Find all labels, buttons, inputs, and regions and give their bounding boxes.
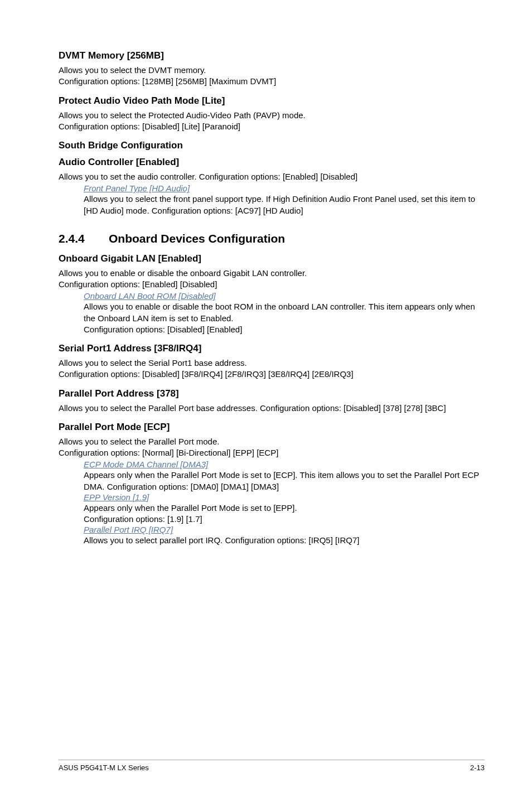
footer-left: ASUS P5G41T-M LX Series bbox=[59, 764, 149, 772]
sub-parallel-irq: Parallel Port IRQ [IRQ7] Allows you to s… bbox=[59, 525, 485, 546]
heading-serial: Serial Port1 Address [3F8/IRQ4] bbox=[59, 343, 485, 354]
text-line: Allows you to select the Protected Audio… bbox=[59, 110, 306, 120]
text-line: Allows you to select the DVMT memory. bbox=[59, 65, 206, 75]
heading-onboard-devices: 2.4.4Onboard Devices Configuration bbox=[59, 232, 485, 245]
text-line: Allows you to select the Parallel Port m… bbox=[59, 437, 219, 446]
heading-parallel-addr: Parallel Port Address [378] bbox=[59, 388, 485, 399]
sub-text: Allows you to select the front panel sup… bbox=[84, 194, 485, 216]
sub-lan-boot-rom: Onboard LAN Boot ROM [Disabled] Allows y… bbox=[59, 291, 485, 335]
text-dvmt: Allows you to select the DVMT memory. Co… bbox=[59, 65, 485, 88]
text-line: Configuration options: [Disabled] [3F8/I… bbox=[59, 369, 354, 379]
sub-text: Appears only when the Parallel Port Mode… bbox=[84, 470, 485, 492]
text-serial: Allows you to select the Serial Port1 ba… bbox=[59, 357, 485, 380]
sub-text: Appears only when the Parallel Port Mode… bbox=[84, 503, 485, 514]
sub-text: Allows you to select parallel port IRQ. … bbox=[84, 535, 485, 546]
text-line: Configuration options: [128MB] [256MB] [… bbox=[59, 76, 276, 86]
sub-text: Configuration options: [1.9] [1.7] bbox=[84, 514, 485, 525]
text-audio: Allows you to set the audio controller. … bbox=[59, 171, 485, 182]
footer-page-number: 2-13 bbox=[470, 764, 485, 772]
sub-ecp-dma: ECP Mode DMA Channel [DMA3] Appears only… bbox=[59, 460, 485, 492]
heading-giglan: Onboard Gigabit LAN [Enabled] bbox=[59, 253, 485, 264]
text-line: Allows you to select the Serial Port1 ba… bbox=[59, 358, 247, 368]
sub-text: Allows you to enable or disable the boot… bbox=[84, 301, 485, 324]
text-line: Configuration options: [Disabled] [Lite]… bbox=[59, 122, 240, 131]
text-line: Configuration options: [Enabled] [Disabl… bbox=[59, 279, 217, 289]
sub-title: ECP Mode DMA Channel [DMA3] bbox=[84, 460, 485, 469]
text-parallel-mode: Allows you to select the Parallel Port m… bbox=[59, 436, 485, 459]
sub-title: Parallel Port IRQ [IRQ7] bbox=[84, 525, 485, 534]
text-pavp: Allows you to select the Protected Audio… bbox=[59, 110, 485, 133]
heading-parallel-mode: Parallel Port Mode [ECP] bbox=[59, 422, 485, 433]
sub-front-panel: Front Panel Type [HD Audio] Allows you t… bbox=[59, 183, 485, 216]
heading-pavp: Protect Audio Video Path Mode [Lite] bbox=[59, 95, 485, 107]
sub-text: Configuration options: [Disabled] [Enabl… bbox=[84, 324, 485, 335]
text-line: Allows you to enable or disable the onbo… bbox=[59, 268, 307, 278]
sub-title: EPP Version [1.9] bbox=[84, 492, 485, 502]
sub-epp-version: EPP Version [1.9] Appears only when the … bbox=[59, 492, 485, 525]
heading-dvmt: DVMT Memory [256MB] bbox=[59, 50, 485, 61]
page-footer: ASUS P5G41T-M LX Series 2-13 bbox=[59, 760, 485, 772]
section-title: Onboard Devices Configuration bbox=[109, 232, 285, 245]
heading-south-bridge: South Bridge Configuration bbox=[59, 140, 485, 151]
sub-title: Front Panel Type [HD Audio] bbox=[84, 183, 485, 193]
sub-title: Onboard LAN Boot ROM [Disabled] bbox=[84, 291, 485, 301]
heading-audio: Audio Controller [Enabled] bbox=[59, 157, 485, 168]
section-number: 2.4.4 bbox=[59, 232, 109, 245]
text-giglan: Allows you to enable or disable the onbo… bbox=[59, 268, 485, 291]
text-line: Configuration options: [Normal] [Bi-Dire… bbox=[59, 448, 278, 457]
text-parallel-addr: Allows you to select the Parallel Port b… bbox=[59, 403, 485, 414]
